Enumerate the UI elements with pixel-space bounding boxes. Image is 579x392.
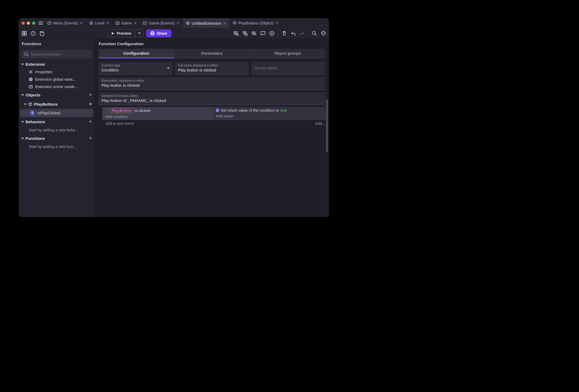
history-icon[interactable] bbox=[30, 30, 36, 36]
tab-game-events[interactable]: Game (Events) ✕ bbox=[140, 18, 183, 28]
add-subevent-icon[interactable] bbox=[242, 30, 248, 36]
section-label: Objects bbox=[26, 93, 40, 97]
add-condition-button[interactable]: Add condition bbox=[103, 114, 213, 120]
item-properties[interactable]: Properties bbox=[19, 68, 95, 76]
item-label: Extension scene variab... bbox=[35, 85, 78, 89]
add-dropdown-button[interactable]: Add... bbox=[315, 121, 325, 126]
tab-parameters[interactable]: Parameters bbox=[174, 49, 250, 58]
add-behavior-icon[interactable]: + bbox=[89, 119, 92, 125]
tab-label: UntitledExtension bbox=[192, 21, 221, 25]
extension-icon[interactable] bbox=[321, 30, 326, 36]
play-icon bbox=[111, 32, 115, 35]
tab-game[interactable]: Game ✕ bbox=[113, 18, 140, 28]
scrollbar[interactable] bbox=[326, 99, 328, 152]
section-extension[interactable]: Extension bbox=[19, 60, 95, 68]
add-action-button[interactable]: Add action bbox=[213, 113, 325, 119]
toolbar: Preview Share bbox=[19, 28, 329, 39]
maximize-window-icon[interactable] bbox=[32, 22, 35, 25]
condition-text: is clicked bbox=[135, 109, 150, 113]
search-field[interactable] bbox=[31, 52, 89, 56]
events-icon bbox=[47, 21, 52, 25]
search-icon[interactable] bbox=[312, 30, 317, 36]
search-input[interactable] bbox=[21, 50, 92, 58]
events-sheet: PlayButton is clicked Add condition bbox=[95, 105, 329, 127]
function-type-field[interactable]: Function type Condition bbox=[99, 62, 172, 75]
svg-point-19 bbox=[237, 34, 239, 36]
svg-rect-17 bbox=[234, 32, 237, 33]
scene-vars-icon bbox=[29, 85, 33, 89]
panel-icon[interactable] bbox=[21, 30, 27, 36]
item-scene-vars[interactable]: Extension scene variab... bbox=[19, 83, 95, 90]
globe-icon bbox=[150, 31, 155, 35]
undo-icon[interactable] bbox=[290, 30, 296, 36]
close-icon[interactable]: ✕ bbox=[275, 21, 278, 25]
item-global-vars[interactable]: Extension global varia... bbox=[19, 76, 95, 83]
comment-icon[interactable] bbox=[260, 30, 266, 36]
svg-point-31 bbox=[24, 52, 28, 55]
item-isplayclicked[interactable]: ? IsPlayClicked bbox=[20, 109, 93, 117]
close-window-icon[interactable] bbox=[22, 22, 25, 25]
tab-untitled-extension[interactable]: UntitledExtension ✕ bbox=[183, 18, 230, 28]
trash-icon[interactable] bbox=[281, 30, 287, 36]
save-icon[interactable] bbox=[39, 30, 45, 36]
tab-label: Menu (Events) bbox=[53, 21, 78, 25]
extension-icon bbox=[186, 21, 190, 25]
svg-rect-0 bbox=[48, 22, 51, 24]
chevron-down-icon bbox=[21, 64, 24, 65]
share-button[interactable]: Share bbox=[146, 29, 171, 37]
action-line[interactable]: Set return value of the condition to tru… bbox=[213, 107, 325, 113]
tab-label: PlayButtons (Object) bbox=[238, 21, 273, 25]
action-text: Set return value of the condition to bbox=[221, 108, 279, 112]
condition-icon: ? bbox=[30, 110, 35, 116]
close-icon[interactable]: ✕ bbox=[106, 21, 109, 25]
field-label: Full name displayed in editor bbox=[178, 64, 246, 67]
add-event-icon[interactable] bbox=[233, 30, 239, 36]
svg-rect-37 bbox=[29, 85, 32, 88]
group-name-field[interactable]: Group name bbox=[251, 62, 325, 75]
divider bbox=[278, 30, 278, 36]
condition-line[interactable]: PlayButton is clicked bbox=[103, 107, 213, 114]
preview-dropdown[interactable] bbox=[135, 30, 143, 37]
description-field[interactable]: Description, displayed in editor Play bu… bbox=[99, 77, 325, 90]
add-function-icon[interactable]: + bbox=[89, 101, 92, 107]
add-function-icon[interactable]: + bbox=[89, 135, 92, 141]
tab-level[interactable]: Level ✕ bbox=[86, 18, 113, 28]
scene-icon bbox=[89, 21, 93, 25]
gear-icon bbox=[29, 70, 33, 74]
svg-rect-6 bbox=[143, 22, 146, 24]
close-icon[interactable]: ✕ bbox=[223, 21, 226, 25]
add-icon[interactable] bbox=[269, 30, 275, 36]
svg-point-39 bbox=[216, 109, 219, 111]
redo-icon[interactable] bbox=[299, 30, 305, 36]
share-label: Share bbox=[157, 31, 167, 35]
add-condition-label: Add condition bbox=[105, 115, 128, 119]
sentence-field[interactable]: Sentence in Events Sheet Play button of … bbox=[99, 92, 325, 105]
menu-icon[interactable] bbox=[38, 22, 44, 25]
events-icon bbox=[143, 21, 147, 25]
section-functions[interactable]: Functions + bbox=[19, 134, 95, 143]
tab-label: Game (Events) bbox=[149, 21, 175, 25]
field-label: Description, displayed in editor bbox=[101, 79, 322, 82]
sidebar: Functions Extension Properties bbox=[19, 39, 95, 217]
add-event-button[interactable]: Add a new event bbox=[99, 121, 134, 126]
section-objects[interactable]: Objects + bbox=[19, 90, 95, 100]
tab-label: Level bbox=[95, 21, 104, 25]
full-name-field[interactable]: Full name displayed in editor Play butto… bbox=[175, 62, 249, 75]
close-icon[interactable]: ✕ bbox=[176, 21, 180, 25]
section-behaviors[interactable]: Behaviors + bbox=[19, 117, 95, 126]
item-playbuttons[interactable]: PlayButtons + bbox=[19, 100, 95, 109]
divider bbox=[308, 30, 308, 36]
minimize-window-icon[interactable] bbox=[27, 22, 30, 25]
tab-playbuttons-object[interactable]: PlayButtons (Object) ✕ bbox=[230, 18, 282, 28]
toggle-icon[interactable] bbox=[251, 30, 257, 36]
action-icon bbox=[216, 109, 219, 112]
add-object-icon[interactable]: + bbox=[89, 92, 92, 98]
tab-configuration[interactable]: Configuration bbox=[99, 49, 174, 58]
preview-button[interactable]: Preview bbox=[107, 30, 135, 37]
close-icon[interactable]: ✕ bbox=[80, 21, 83, 25]
section-label: Functions bbox=[26, 136, 45, 141]
sidebar-title: Functions bbox=[19, 39, 95, 49]
tab-menu-events[interactable]: Menu (Events) ✕ bbox=[44, 18, 86, 28]
close-icon[interactable]: ✕ bbox=[134, 21, 137, 25]
tab-object-groups[interactable]: Object groups bbox=[250, 49, 325, 58]
